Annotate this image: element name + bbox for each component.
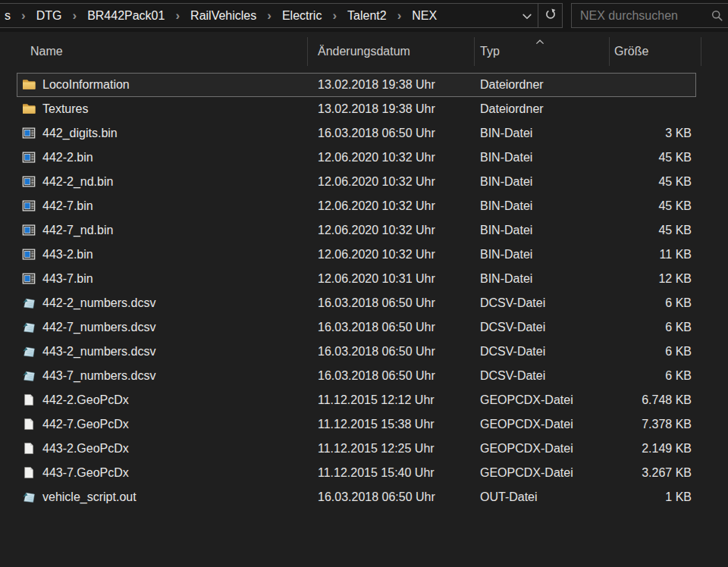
table-row[interactable]: 442-7.GeoPcDx 11.12.2015 15:38 Uhr GEOPC… <box>0 412 728 437</box>
file-type: BIN-Datei <box>480 170 532 194</box>
breadcrumb-item[interactable]: RailVehicles <box>189 9 258 23</box>
file-name: 442-2_nd.bin <box>42 170 113 194</box>
file-modified-date: 16.03.2018 06:50 Uhr <box>318 121 435 146</box>
file-modified-date: 16.03.2018 06:50 Uhr <box>318 291 435 315</box>
table-row[interactable]: 442-7_numbers.dcsv 16.03.2018 06:50 Uhr … <box>0 315 728 340</box>
breadcrumb-item[interactable]: Electric <box>281 9 323 23</box>
file-name: 442-7.bin <box>42 194 93 218</box>
table-row[interactable]: 442-7.bin 12.06.2020 10:32 Uhr BIN-Datei… <box>0 194 728 218</box>
column-header-size[interactable]: Größe <box>614 32 648 68</box>
document-icon <box>22 418 36 431</box>
table-row[interactable]: 442-2_numbers.dcsv 16.03.2018 06:50 Uhr … <box>0 291 728 315</box>
file-modified-date: 11.12.2015 12:25 Uhr <box>318 437 435 461</box>
file-size: 45 KB <box>599 218 692 243</box>
table-row[interactable]: vehicle_script.out 16.03.2018 06:50 Uhr … <box>0 485 728 509</box>
table-row[interactable]: 443-7_numbers.dcsv 16.03.2018 06:50 Uhr … <box>0 364 728 388</box>
table-row[interactable]: 443-2.bin 12.06.2020 10:32 Uhr BIN-Datei… <box>0 243 728 267</box>
sort-ascending-icon <box>535 34 544 39</box>
bin-file-icon <box>22 248 36 261</box>
bin-file-icon <box>22 224 36 237</box>
column-resize-handle[interactable] <box>474 37 475 66</box>
file-modified-date: 12.06.2020 10:32 Uhr <box>318 194 435 218</box>
file-name: 442-7_nd.bin <box>42 218 113 243</box>
search-icon <box>711 10 723 22</box>
table-row[interactable]: LocoInformation 13.02.2018 19:38 Uhr Dat… <box>0 73 728 97</box>
file-name: LocoInformation <box>42 73 130 97</box>
column-resize-handle[interactable] <box>609 37 610 66</box>
table-row[interactable]: 443-7.GeoPcDx 11.12.2015 15:40 Uhr GEOPC… <box>0 461 728 485</box>
document-icon <box>22 466 36 479</box>
breadcrumb-item[interactable]: BR442Pack01 <box>86 9 166 23</box>
column-header-name[interactable]: Name <box>30 32 63 68</box>
file-type: GEOPCDX-Datei <box>480 412 573 437</box>
breadcrumb-item[interactable]: Talent2 <box>346 9 388 23</box>
notepad-icon <box>22 369 36 382</box>
file-modified-date: 13.02.2018 19:38 Uhr <box>318 73 435 97</box>
address-dropdown-button[interactable] <box>516 4 538 27</box>
file-name: 443-2.bin <box>42 243 93 267</box>
file-name: 442_digits.bin <box>42 121 118 146</box>
file-modified-date: 16.03.2018 06:50 Uhr <box>318 315 435 340</box>
refresh-button[interactable] <box>538 4 562 27</box>
file-name: 443-7_numbers.dcsv <box>42 364 155 388</box>
table-row[interactable]: 443-2.GeoPcDx 11.12.2015 12:25 Uhr GEOPC… <box>0 437 728 461</box>
file-list: LocoInformation 13.02.2018 19:38 Uhr Dat… <box>0 73 728 509</box>
bin-file-icon <box>22 127 36 139</box>
bin-file-icon <box>22 272 36 285</box>
breadcrumb-item[interactable]: s <box>3 9 12 23</box>
address-bar[interactable]: s›DTG›BR442Pack01›RailVehicles›Electric›… <box>0 3 563 28</box>
file-size: 3 KB <box>599 121 692 146</box>
refresh-icon <box>544 8 557 23</box>
file-size: 2.149 KB <box>599 437 692 461</box>
file-name: 442-2.GeoPcDx <box>42 388 129 412</box>
file-type: Dateiordner <box>480 97 544 121</box>
explorer-top-bar: s›DTG›BR442Pack01›RailVehicles›Electric›… <box>0 0 728 32</box>
table-row[interactable]: 443-2_numbers.dcsv 16.03.2018 06:50 Uhr … <box>0 340 728 364</box>
table-row[interactable]: 442-7_nd.bin 12.06.2020 10:32 Uhr BIN-Da… <box>0 218 728 243</box>
column-header-type[interactable]: Typ <box>480 32 500 68</box>
table-row[interactable]: 442-2.bin 12.06.2020 10:32 Uhr BIN-Datei… <box>0 146 728 170</box>
search-box[interactable] <box>571 3 728 28</box>
file-type: GEOPCDX-Datei <box>480 437 573 461</box>
notepad-icon <box>22 490 36 503</box>
file-modified-date: 16.03.2018 06:50 Uhr <box>318 364 435 388</box>
breadcrumb-item[interactable]: NEX <box>410 9 438 23</box>
file-modified-date: 13.02.2018 19:38 Uhr <box>318 97 435 121</box>
file-modified-date: 16.03.2018 06:50 Uhr <box>318 340 435 364</box>
file-size: 3.267 KB <box>599 461 692 485</box>
breadcrumb-separator-icon: › <box>12 8 35 23</box>
table-row[interactable]: 442-2.GeoPcDx 11.12.2015 12:12 Uhr GEOPC… <box>0 388 728 412</box>
file-modified-date: 12.06.2020 10:32 Uhr <box>318 218 435 243</box>
file-type: BIN-Datei <box>480 146 532 170</box>
file-size: 6.748 KB <box>599 388 692 412</box>
file-type: DCSV-Datei <box>480 315 545 340</box>
column-resize-handle[interactable] <box>701 37 701 66</box>
notepad-icon <box>22 345 36 358</box>
file-name: 443-7.GeoPcDx <box>42 461 129 485</box>
file-size: 6 KB <box>599 340 692 364</box>
file-type: Dateiordner <box>480 73 544 97</box>
file-size: 11 KB <box>599 243 692 267</box>
file-type: DCSV-Datei <box>480 340 545 364</box>
file-type: BIN-Datei <box>480 243 532 267</box>
breadcrumb-item[interactable]: DTG <box>35 9 64 23</box>
breadcrumb-separator-icon: › <box>166 8 189 23</box>
table-row[interactable]: Textures 13.02.2018 19:38 Uhr Dateiordne… <box>0 97 728 121</box>
file-modified-date: 11.12.2015 15:40 Uhr <box>318 461 435 485</box>
table-row[interactable]: 442-2_nd.bin 12.06.2020 10:32 Uhr BIN-Da… <box>0 170 728 194</box>
file-type: OUT-Datei <box>480 485 538 509</box>
file-size: 45 KB <box>599 194 692 218</box>
folder-icon <box>22 102 36 115</box>
breadcrumb-separator-icon: › <box>63 8 86 23</box>
column-header-date[interactable]: Änderungsdatum <box>318 32 410 68</box>
table-row[interactable]: 443-7.bin 12.06.2020 10:31 Uhr BIN-Datei… <box>0 267 728 291</box>
document-icon <box>22 393 36 406</box>
file-size: 45 KB <box>599 146 692 170</box>
file-modified-date: 12.06.2020 10:31 Uhr <box>318 267 435 291</box>
search-input[interactable] <box>572 4 715 27</box>
column-resize-handle[interactable] <box>307 37 308 66</box>
column-header: Name Änderungsdatum Typ Größe <box>0 32 728 68</box>
table-row[interactable]: 442_digits.bin 16.03.2018 06:50 Uhr BIN-… <box>0 121 728 146</box>
file-modified-date: 16.03.2018 06:50 Uhr <box>318 485 435 509</box>
file-name: 442-7_numbers.dcsv <box>42 315 155 340</box>
